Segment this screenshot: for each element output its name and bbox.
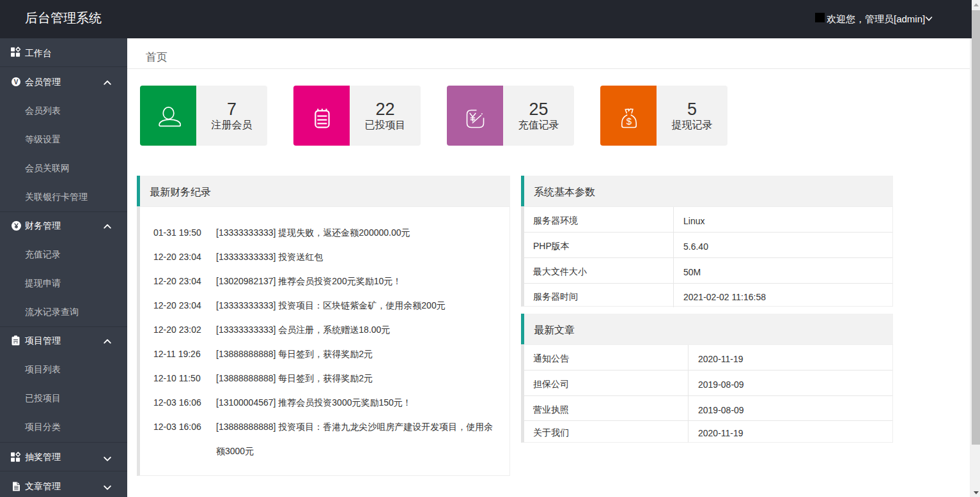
svg-text:$: $ <box>626 116 632 126</box>
svg-text:V: V <box>14 79 19 86</box>
